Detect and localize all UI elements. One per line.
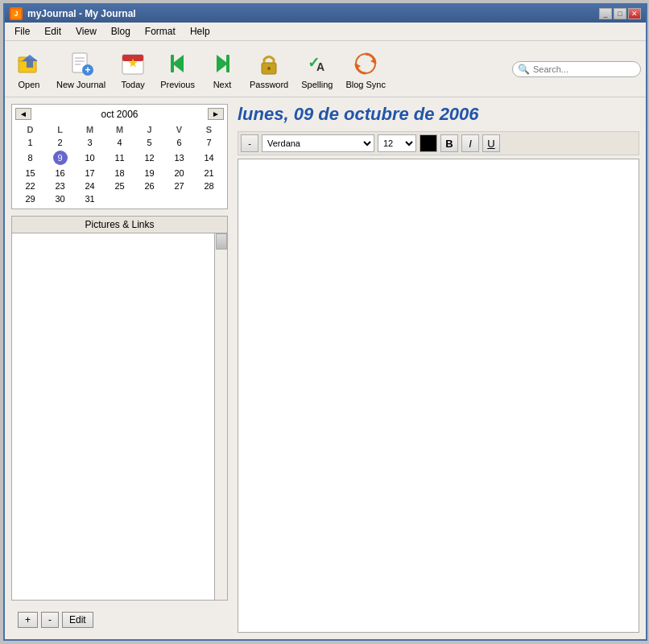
spelling-label: Spelling <box>301 80 333 89</box>
italic-button[interactable]: I <box>461 134 479 152</box>
remove-button[interactable]: - <box>41 612 59 628</box>
calendar-day-cell[interactable]: 13 <box>164 149 194 167</box>
open-button[interactable]: Open <box>10 46 48 93</box>
previous-label: Previous <box>160 80 195 89</box>
new-journal-label: New Journal <box>56 80 105 89</box>
search-box[interactable]: 🔍 <box>512 61 641 77</box>
calendar-day-cell[interactable]: 12 <box>134 149 164 167</box>
calendar-day-cell[interactable]: 1 <box>15 136 45 149</box>
font-size-selector[interactable]: 891011121416182024 <box>378 134 416 152</box>
today-button[interactable]: ★ Today <box>114 46 152 93</box>
edit-button[interactable]: Edit <box>62 612 93 628</box>
calendar-day-cell[interactable]: 20 <box>164 167 194 180</box>
calendar-day-cell[interactable]: 17 <box>75 167 105 180</box>
calendar-day-cell[interactable]: 2 <box>45 136 75 149</box>
blog-sync-icon <box>351 49 380 78</box>
calendar-grid: D L M M J V S 12345678910111213141516171… <box>15 123 224 205</box>
calendar-day-cell[interactable]: 16 <box>45 167 75 180</box>
underline-button[interactable]: U <box>482 134 500 152</box>
toolbar: Open + New Journal <box>5 41 646 97</box>
calendar-day-cell[interactable]: 10 <box>75 149 105 167</box>
calendar-day-cell[interactable]: 19 <box>134 167 164 180</box>
minimize-button[interactable]: _ <box>599 8 612 19</box>
bold-button[interactable]: B <box>440 134 458 152</box>
calendar-day-cell[interactable]: 15 <box>15 167 45 180</box>
password-icon <box>254 49 283 78</box>
title-buttons: _ □ ✕ <box>599 8 641 19</box>
calendar-day-cell[interactable]: 28 <box>194 180 224 192</box>
main-content: ◄ oct 2006 ► D L M M J V S <box>5 97 646 639</box>
previous-button[interactable]: Previous <box>155 46 200 93</box>
format-toolbar: - VerdanaArialTimes New RomanCourier New… <box>238 131 639 155</box>
maximize-button[interactable]: □ <box>614 8 626 19</box>
pictures-links-content[interactable] <box>12 233 227 600</box>
calendar-day-cell[interactable]: 8 <box>15 149 45 167</box>
close-button[interactable]: ✕ <box>628 8 641 19</box>
color-picker-button[interactable] <box>420 134 437 152</box>
new-journal-icon: + <box>67 49 96 78</box>
app-icon: J <box>10 7 23 20</box>
menu-item-edit[interactable]: Edit <box>38 24 68 39</box>
svg-marker-14 <box>172 55 184 72</box>
calendar-prev-button[interactable]: ◄ <box>15 108 31 120</box>
svg-marker-16 <box>217 55 228 72</box>
calendar-day-cell[interactable]: 3 <box>75 136 105 149</box>
blog-sync-label: Blog Sync <box>345 80 386 89</box>
previous-icon <box>163 49 192 78</box>
calendar-day-cell[interactable]: 22 <box>15 180 45 192</box>
calendar-day-cell[interactable]: 7 <box>194 136 224 149</box>
menu-item-format[interactable]: Format <box>138 24 182 39</box>
menu-item-help[interactable]: Help <box>184 24 217 39</box>
today-icon: ★ <box>118 49 147 78</box>
font-selector[interactable]: VerdanaArialTimes New RomanCourier NewCo… <box>262 134 374 152</box>
menu-item-blog[interactable]: Blog <box>105 24 137 39</box>
day-header-tue: M <box>75 123 105 136</box>
format-minus-button[interactable]: - <box>241 134 258 152</box>
calendar-day-cell[interactable]: 29 <box>15 192 45 205</box>
add-button[interactable]: + <box>18 612 38 628</box>
calendar-day-cell[interactable]: 25 <box>105 180 134 192</box>
calendar-day-cell <box>194 192 224 205</box>
calendar-widget: ◄ oct 2006 ► D L M M J V S <box>11 104 228 209</box>
journal-editor[interactable] <box>238 159 639 633</box>
search-input[interactable] <box>533 64 638 74</box>
search-icon: 🔍 <box>518 64 530 75</box>
calendar-day-cell[interactable]: 23 <box>45 180 75 192</box>
calendar-day-cell[interactable]: 27 <box>164 180 194 192</box>
day-header-thu: J <box>134 123 164 136</box>
calendar-day-cell[interactable]: 5 <box>134 136 164 149</box>
menu-item-file[interactable]: File <box>8 24 36 39</box>
bottom-buttons: + - Edit <box>11 607 228 633</box>
password-button[interactable]: Password <box>245 46 293 93</box>
open-icon <box>14 49 43 78</box>
calendar-day-cell <box>134 192 164 205</box>
next-button[interactable]: Next <box>203 46 242 93</box>
calendar-day-cell[interactable]: 30 <box>45 192 75 205</box>
calendar-day-cell[interactable]: 18 <box>105 167 134 180</box>
calendar-week-row: 22232425262728 <box>15 180 224 192</box>
calendar-day-cell[interactable]: 9 <box>45 149 75 167</box>
calendar-day-cell[interactable]: 6 <box>164 136 194 149</box>
blog-sync-button[interactable]: Blog Sync <box>341 46 391 93</box>
calendar-header-row: D L M M J V S <box>15 123 224 136</box>
svg-text:+: + <box>85 64 90 76</box>
today-label: Today <box>121 80 144 89</box>
calendar-day-cell[interactable]: 14 <box>194 149 224 167</box>
next-icon <box>208 49 237 78</box>
calendar-week-row: 1234567 <box>15 136 224 149</box>
calendar-day-cell[interactable]: 4 <box>105 136 134 149</box>
pictures-links-scrollbar[interactable] <box>214 233 227 600</box>
spelling-icon: ✓ A <box>303 49 332 78</box>
calendar-day-cell[interactable]: 24 <box>75 180 105 192</box>
calendar-day-cell[interactable]: 26 <box>134 180 164 192</box>
spelling-button[interactable]: ✓ A Spelling <box>296 46 337 93</box>
svg-text:★: ★ <box>128 57 138 69</box>
calendar-next-button[interactable]: ► <box>208 108 224 120</box>
new-journal-button[interactable]: + New Journal <box>52 46 110 93</box>
calendar-day-cell[interactable]: 11 <box>105 149 134 167</box>
title-bar: J myJournal - My Journal _ □ ✕ <box>5 5 646 23</box>
calendar-day-cell[interactable]: 31 <box>75 192 105 205</box>
menu-item-view[interactable]: View <box>69 24 103 39</box>
calendar-week-row: 293031 <box>15 192 224 205</box>
calendar-day-cell[interactable]: 21 <box>194 167 224 180</box>
